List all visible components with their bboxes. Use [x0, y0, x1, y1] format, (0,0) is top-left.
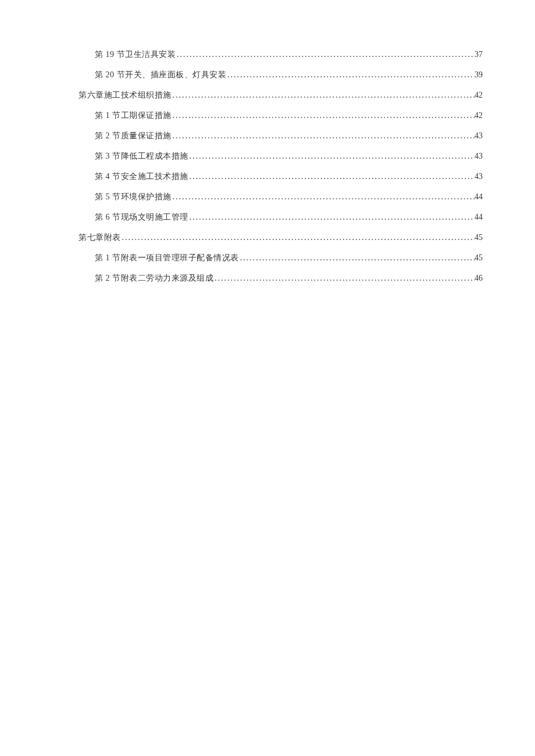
toc-dots	[172, 111, 475, 120]
toc-dots	[176, 50, 475, 59]
toc-entry: 第 2 节质量保证措施43	[79, 131, 483, 141]
toc-entry-label: 第 1 节附表一项目管理班子配备情况表	[95, 253, 239, 263]
toc-dots	[239, 253, 475, 263]
toc-entry-label: 第 2 节质量保证措施	[95, 131, 172, 141]
toc-entry-page: 46	[475, 274, 483, 283]
toc-entry-label: 第 3 节降低工程成本措施	[95, 151, 188, 162]
toc-entry-label: 第 6 节现场文明施工管理	[95, 212, 188, 223]
toc-entry-label: 第 5 节环境保护措施	[95, 192, 172, 202]
toc-dots	[121, 233, 475, 242]
toc-entry: 第 1 节工期保证措施42	[79, 110, 483, 121]
toc-dots	[188, 152, 475, 161]
toc-entry-page: 44	[475, 213, 483, 222]
toc-dots	[172, 192, 475, 202]
toc-entry: 第 5 节环境保护措施44	[79, 192, 483, 202]
toc-entry: 第 6 节现场文明施工管理44	[79, 212, 483, 223]
toc-entry-page: 45	[475, 253, 483, 263]
toc-entry-label: 第六章施工技术组织措施	[79, 90, 172, 101]
toc-entry-page: 39	[475, 70, 483, 80]
toc-entry: 第六章施工技术组织措施42	[79, 90, 483, 101]
toc-entry-label: 第七章附表	[79, 232, 121, 243]
toc-entry-page: 37	[475, 50, 483, 59]
toc-dots	[172, 131, 475, 141]
toc-entry: 第 2 节附表二劳动力来源及组成46	[79, 273, 483, 284]
toc-entry-label: 第 20 节开关、插座面板、灯具安装	[95, 70, 226, 80]
toc-entry: 第 20 节开关、插座面板、灯具安装39	[79, 70, 483, 80]
toc-entry-page: 42	[475, 111, 483, 120]
toc-dots	[213, 274, 475, 283]
table-of-contents: 第 19 节卫生洁具安装37第 20 节开关、插座面板、灯具安装39第六章施工技…	[79, 49, 483, 284]
toc-entry: 第 19 节卫生洁具安装37	[79, 49, 483, 60]
toc-entry: 第 4 节安全施工技术措施43	[79, 171, 483, 182]
toc-entry-page: 45	[475, 233, 483, 242]
toc-entry: 第 1 节附表一项目管理班子配备情况表45	[79, 253, 483, 263]
toc-entry-label: 第 4 节安全施工技术措施	[95, 171, 188, 182]
toc-dots	[172, 91, 475, 100]
toc-entry-page: 42	[475, 91, 483, 100]
toc-dots	[188, 213, 475, 222]
toc-entry-page: 44	[475, 192, 483, 202]
toc-entry-label: 第 1 节工期保证措施	[95, 110, 172, 121]
toc-dots	[226, 70, 475, 80]
toc-entry-page: 43	[475, 172, 483, 181]
toc-dots	[188, 172, 475, 181]
toc-entry-label: 第 2 节附表二劳动力来源及组成	[95, 273, 213, 284]
toc-entry-page: 43	[475, 152, 483, 161]
toc-entry: 第七章附表45	[79, 232, 483, 243]
toc-entry: 第 3 节降低工程成本措施43	[79, 151, 483, 162]
toc-entry-page: 43	[475, 131, 483, 141]
toc-entry-label: 第 19 节卫生洁具安装	[95, 49, 176, 60]
